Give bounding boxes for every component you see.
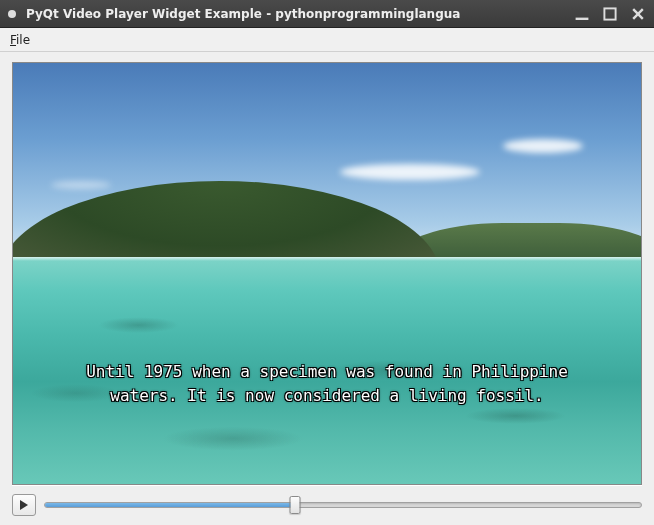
app-window: PyQt Video Player Widget Example - pytho… (0, 0, 654, 525)
window-title: PyQt Video Player Widget Example - pytho… (26, 7, 566, 21)
menu-file[interactable]: File (4, 31, 36, 49)
position-slider[interactable] (44, 495, 642, 515)
subtitle-text: Until 1975 when a specimen was found in … (13, 360, 641, 408)
close-button[interactable] (630, 6, 646, 22)
slider-thumb[interactable] (290, 496, 301, 514)
maximize-button[interactable] (602, 6, 618, 22)
titlebar: PyQt Video Player Widget Example - pytho… (0, 0, 654, 28)
menubar: File (0, 28, 654, 52)
video-frame-image (13, 63, 641, 484)
window-controls (574, 6, 646, 22)
maximize-icon (602, 6, 618, 22)
close-icon (630, 6, 646, 22)
play-button[interactable] (12, 494, 36, 516)
svg-rect-1 (604, 8, 615, 19)
content-area: Until 1975 when a specimen was found in … (0, 52, 654, 525)
menu-file-mnemonic: F (10, 33, 16, 47)
video-widget[interactable]: Until 1975 when a specimen was found in … (12, 62, 642, 485)
player-controls (12, 493, 642, 517)
app-indicator-icon (8, 10, 16, 18)
slider-fill (45, 503, 295, 507)
svg-marker-4 (20, 500, 28, 510)
play-icon (19, 500, 29, 510)
slider-track (44, 502, 642, 508)
minimize-icon (574, 6, 590, 22)
minimize-button[interactable] (574, 6, 590, 22)
